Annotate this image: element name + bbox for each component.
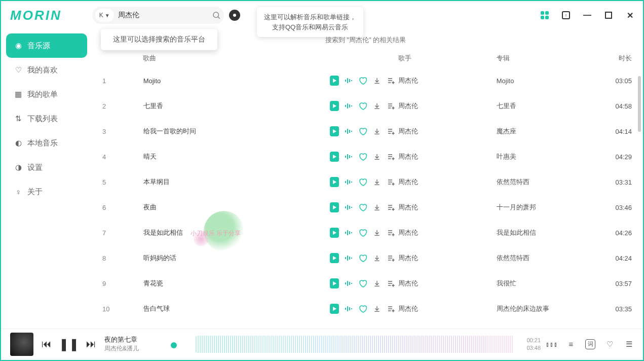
add-to-playlist-icon[interactable] <box>387 279 396 288</box>
song-row[interactable]: 4 晴天 周杰伦 叶惠美 04:29 <box>99 144 632 169</box>
parse-link-button[interactable] <box>229 10 240 21</box>
playlist-menu-icon[interactable]: ☰ <box>624 339 634 349</box>
like-icon[interactable] <box>358 304 367 313</box>
like-icon[interactable] <box>358 279 367 288</box>
song-title: 夜曲 <box>123 203 330 212</box>
search-box: K ▼ <box>92 7 224 24</box>
favorite-icon[interactable]: ♡ <box>604 339 615 349</box>
song-row[interactable]: 2 七里香 周杰伦 七里香 04:58 <box>99 93 632 119</box>
song-list[interactable]: 1 Mojito 周杰伦 Mojito 03:05 2 七里香 周杰 <box>99 68 632 329</box>
add-to-playlist-icon[interactable] <box>387 254 396 263</box>
scrollbar[interactable] <box>638 76 641 132</box>
like-icon[interactable] <box>358 228 367 237</box>
download-icon[interactable] <box>372 127 382 136</box>
song-row[interactable]: 6 夜曲 周杰伦 十一月的萧邦 03:46 <box>99 195 632 220</box>
track-artist: 周杰伦&潘儿 <box>104 344 191 353</box>
close-button[interactable] <box>626 11 634 19</box>
song-row[interactable]: 1 Mojito 周杰伦 Mojito 03:05 <box>99 68 632 93</box>
download-icon[interactable] <box>372 76 382 85</box>
play-button[interactable] <box>330 254 339 263</box>
nav-music-source[interactable]: ◉ 音乐源 <box>6 33 87 58</box>
like-icon[interactable] <box>358 152 367 161</box>
waveform-progress[interactable] <box>196 336 513 353</box>
song-row[interactable]: 5 本草纲目 周杰伦 依然范特西 03:31 <box>99 169 632 195</box>
like-icon[interactable] <box>358 203 367 212</box>
song-row[interactable]: 7 我是如此相信 周杰伦 我是如此相信 04:26 <box>99 220 632 245</box>
nav-favorites[interactable]: ♡ 我的喜欢 <box>6 58 87 82</box>
album-cover[interactable] <box>10 333 33 356</box>
add-to-playlist-icon[interactable] <box>387 101 396 111</box>
song-row[interactable]: 3 给我一首歌的时间 周杰伦 魔杰座 04:14 <box>99 119 632 144</box>
waveform-icon[interactable] <box>344 152 353 161</box>
waveform-icon[interactable] <box>344 127 353 136</box>
download-icon[interactable] <box>372 152 382 161</box>
add-to-playlist-icon[interactable] <box>387 203 396 212</box>
platform-label: K <box>99 12 103 19</box>
apps-icon[interactable] <box>541 11 549 19</box>
like-icon[interactable] <box>358 177 367 187</box>
play-button[interactable] <box>330 203 339 212</box>
nav-label: 我的喜欢 <box>27 65 58 75</box>
next-button[interactable]: ⏭ <box>86 338 96 350</box>
play-button[interactable] <box>330 152 339 161</box>
add-to-playlist-icon[interactable] <box>387 76 396 85</box>
search-input[interactable] <box>114 11 212 19</box>
add-to-playlist-icon[interactable] <box>387 228 396 237</box>
maximize-button[interactable] <box>604 11 613 19</box>
song-title: 听妈妈的话 <box>123 254 330 263</box>
play-button[interactable] <box>330 101 339 111</box>
waveform-icon[interactable] <box>344 177 353 187</box>
play-button[interactable] <box>330 279 339 288</box>
song-row[interactable]: 9 青花瓷 周杰伦 我很忙 03:57 <box>99 271 632 296</box>
minimize-button[interactable] <box>583 11 591 19</box>
upload-icon[interactable] <box>562 11 570 19</box>
waveform-icon[interactable] <box>344 304 353 313</box>
row-index: 3 <box>99 128 123 135</box>
prev-button[interactable]: ⏮ <box>42 338 52 350</box>
add-to-playlist-icon[interactable] <box>387 152 396 161</box>
like-icon[interactable] <box>358 254 367 263</box>
add-to-playlist-icon[interactable] <box>387 304 396 313</box>
download-icon[interactable] <box>372 177 382 187</box>
progress-knob[interactable] <box>171 342 177 348</box>
nav-local[interactable]: ◐ 本地音乐 <box>6 131 87 155</box>
song-title: 七里香 <box>123 101 330 111</box>
platform-selector[interactable]: K ▼ <box>95 9 114 22</box>
add-to-playlist-icon[interactable] <box>387 127 396 136</box>
lyrics-button[interactable]: 词 <box>585 339 595 349</box>
equalizer-icon[interactable]: ⫾⫾⫾ <box>547 339 557 349</box>
play-button[interactable] <box>330 228 339 237</box>
queue-icon[interactable]: ≡ <box>566 339 576 349</box>
add-to-playlist-icon[interactable] <box>387 177 396 187</box>
play-button[interactable] <box>330 177 339 187</box>
nav-playlists[interactable]: ▦ 我的歌单 <box>6 82 87 106</box>
waveform-icon[interactable] <box>344 279 353 288</box>
row-index: 2 <box>99 102 123 110</box>
nav-label: 本地音乐 <box>27 138 58 148</box>
like-icon[interactable] <box>358 76 367 85</box>
nav-settings[interactable]: ◑ 设置 <box>6 155 87 179</box>
nav-about[interactable]: ♀ 关于 <box>6 179 87 204</box>
waveform-icon[interactable] <box>344 101 353 111</box>
play-button[interactable] <box>330 304 339 313</box>
nav-downloads[interactable]: ⇅ 下载列表 <box>6 106 87 131</box>
song-row[interactable]: 10 告白气球 周杰伦 周杰伦的床边故事 03:35 <box>99 296 632 321</box>
waveform-icon[interactable] <box>344 254 353 263</box>
download-icon[interactable] <box>372 203 382 212</box>
song-row[interactable]: 8 听妈妈的话 周杰伦 依然范特西 04:24 <box>99 245 632 271</box>
play-button[interactable] <box>330 76 339 85</box>
download-icon[interactable] <box>372 304 382 313</box>
like-icon[interactable] <box>358 127 367 136</box>
like-icon[interactable] <box>358 101 367 111</box>
play-button[interactable] <box>330 127 339 136</box>
download-icon[interactable] <box>372 279 382 288</box>
waveform-icon[interactable] <box>344 76 353 85</box>
download-icon[interactable] <box>372 228 382 237</box>
play-pause-button[interactable]: ❚❚ <box>59 337 79 351</box>
search-icon[interactable] <box>212 11 221 20</box>
waveform-icon[interactable] <box>344 228 353 237</box>
time-display: 00:21 03:48 <box>518 337 541 351</box>
download-icon[interactable] <box>372 254 382 263</box>
download-icon[interactable] <box>372 101 382 111</box>
waveform-icon[interactable] <box>344 203 353 212</box>
